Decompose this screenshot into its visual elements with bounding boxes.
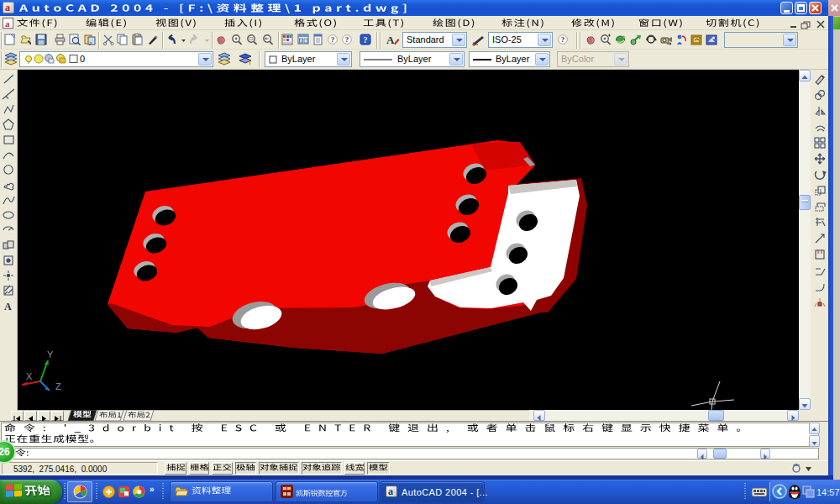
svg-text:Z: Z <box>55 381 61 391</box>
svg-text:X: X <box>26 371 33 381</box>
svg-text:Y: Y <box>47 349 54 360</box>
